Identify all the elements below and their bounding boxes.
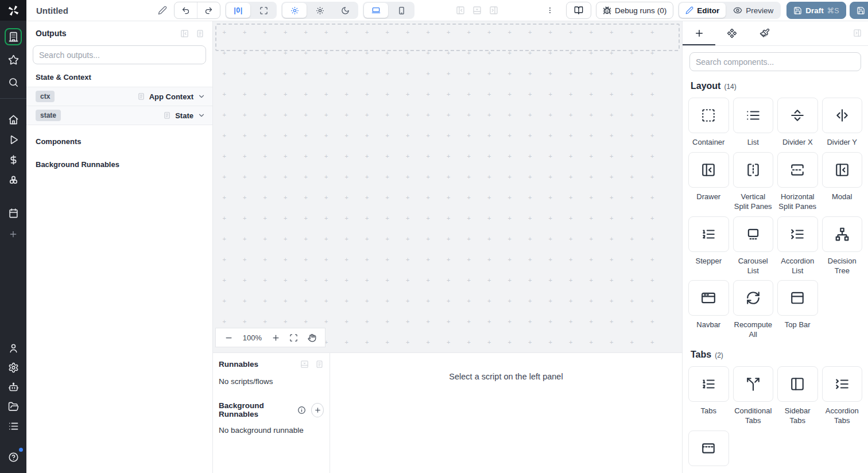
eye-icon — [733, 6, 742, 15]
search-components-input[interactable] — [689, 52, 861, 71]
component-card-box[interactable] — [777, 216, 818, 252]
component-card-box[interactable] — [733, 216, 774, 252]
editor-tab[interactable]: Editor — [679, 3, 726, 18]
component-card-divider-x[interactable]: Divider X — [777, 98, 818, 148]
component-card-box[interactable] — [822, 216, 863, 252]
component-card-box[interactable] — [733, 280, 774, 316]
sidebar-item-home[interactable] — [5, 111, 21, 127]
doc-icon[interactable] — [196, 29, 204, 38]
component-card-list[interactable]: List — [733, 98, 774, 148]
component-card-box[interactable] — [733, 98, 774, 133]
component-card-box[interactable] — [822, 366, 863, 402]
add-background-runnable-button[interactable] — [311, 403, 324, 417]
windmill-logo[interactable] — [0, 0, 26, 21]
component-card-divider-y[interactable]: Divider Y — [822, 98, 863, 148]
fit-view-button[interactable] — [289, 334, 298, 342]
rename-pencil-icon[interactable] — [158, 6, 167, 15]
component-card-conditional-tabs[interactable]: Conditional Tabs — [733, 366, 774, 426]
redo-button[interactable] — [197, 2, 220, 18]
sidebar-item-account[interactable] — [5, 340, 21, 356]
sidebar-item-schedules[interactable] — [5, 205, 21, 221]
theme-dark-button[interactable] — [333, 3, 357, 18]
pan-tool-button[interactable] — [308, 334, 316, 342]
expand-canvas-button[interactable] — [251, 3, 276, 18]
component-card-box[interactable] — [688, 280, 729, 316]
component-card-box[interactable] — [733, 152, 774, 188]
theme-auto-button[interactable] — [282, 3, 307, 18]
more-menu-icon[interactable] — [545, 6, 555, 15]
component-card-carousel-list[interactable]: Carousel List — [733, 216, 774, 276]
preview-tab[interactable]: Preview — [727, 3, 780, 18]
sidebar-item-resources[interactable] — [5, 172, 21, 188]
component-card-box[interactable] — [777, 152, 818, 188]
sidebar-item-variables[interactable] — [5, 152, 21, 168]
tab-component-settings[interactable] — [715, 21, 748, 45]
component-card-recompute-all[interactable]: Recompute All — [733, 280, 774, 340]
component-card-box[interactable] — [777, 280, 818, 316]
component-card-sidebar-tabs[interactable]: Sidebar Tabs — [777, 366, 818, 426]
desktop-view-button[interactable] — [364, 3, 388, 18]
draft-button[interactable]: Draft ⌘S — [786, 2, 846, 19]
component-card-vertical-split-panes[interactable]: Vertical Split Panes — [733, 152, 774, 212]
zoom-in-button[interactable] — [272, 334, 280, 342]
component-card-horizontal-split-panes[interactable]: Horizontal Split Panes — [777, 152, 818, 212]
sidebar-item-audit-logs[interactable] — [5, 418, 21, 434]
component-card-box[interactable] — [733, 366, 774, 402]
component-card-accordion-list[interactable]: Accordion List — [777, 216, 818, 276]
mobile-view-button[interactable] — [389, 3, 413, 18]
tab-insert-component[interactable] — [683, 21, 715, 45]
component-card-box[interactable] — [688, 98, 729, 133]
collapse-components-panel-icon[interactable] — [853, 29, 862, 37]
doc-icon[interactable] — [315, 360, 324, 369]
component-card-partial[interactable] — [688, 431, 729, 471]
zoom-reset-button[interactable]: |0| — [226, 3, 250, 18]
component-card-modal[interactable]: Modal — [822, 152, 863, 212]
sidebar-item-workers[interactable] — [5, 379, 21, 395]
component-card-box[interactable] — [688, 216, 729, 252]
component-card-box[interactable] — [688, 152, 729, 188]
toggle-bottom-panel-icon[interactable] — [472, 6, 482, 15]
component-card-box[interactable] — [822, 152, 863, 188]
sidebar-item-help[interactable] — [5, 449, 21, 465]
zoom-out-button[interactable] — [224, 334, 233, 342]
theme-light-button[interactable] — [308, 3, 332, 18]
sidebar-item-favorites[interactable] — [5, 52, 21, 68]
sidebar-item-folders[interactable] — [5, 398, 21, 414]
sidebar-item-apps[interactable] — [5, 28, 22, 45]
collapse-outputs-icon[interactable] — [180, 29, 189, 38]
chevron-down-icon[interactable] — [197, 92, 206, 100]
component-card-box[interactable] — [777, 98, 818, 133]
component-card-box[interactable] — [688, 431, 729, 466]
canvas-dropzone[interactable] — [215, 24, 680, 51]
deploy-button[interactable]: Deploy — [850, 2, 868, 19]
component-card-navbar[interactable]: Navbar — [688, 280, 729, 340]
component-card-accordion-tabs[interactable]: Accordion Tabs — [822, 366, 863, 426]
component-card-container[interactable]: Container — [688, 98, 729, 148]
undo-button[interactable] — [175, 2, 197, 18]
component-card-box[interactable] — [688, 366, 729, 402]
toggle-right-panel-icon[interactable] — [489, 6, 498, 15]
component-card-decision-tree[interactable]: Decision Tree — [822, 216, 863, 276]
search-outputs-input[interactable] — [33, 45, 206, 64]
toggle-left-panel-icon[interactable] — [456, 6, 465, 15]
collapse-runnables-icon[interactable] — [300, 360, 309, 369]
component-card-box[interactable] — [777, 366, 818, 402]
component-card-stepper[interactable]: Stepper — [688, 216, 729, 276]
sidebar-item-create[interactable] — [5, 226, 21, 242]
output-row-state[interactable]: stateState — [26, 106, 212, 125]
sidebar-item-settings[interactable] — [5, 359, 21, 375]
tab-global-styling[interactable] — [748, 21, 781, 45]
info-icon[interactable] — [297, 406, 306, 414]
debug-runs-button[interactable]: Debug runs (0) — [596, 2, 673, 19]
app-title[interactable]: Untitled — [36, 6, 158, 15]
docs-button[interactable] — [566, 2, 591, 19]
sidebar-item-runs[interactable] — [5, 131, 21, 148]
component-card-top-bar[interactable]: Top Bar — [777, 280, 818, 340]
app-canvas[interactable]: ++++++++++++++++++++++++++++++++++++++++… — [213, 21, 682, 352]
component-card-tabs[interactable]: Tabs — [688, 366, 729, 426]
component-card-drawer[interactable]: Drawer — [688, 152, 729, 212]
sidebar-item-search[interactable] — [5, 74, 21, 90]
component-card-box[interactable] — [822, 98, 863, 133]
output-row-ctx[interactable]: ctxApp Context — [26, 87, 212, 106]
chevron-down-icon[interactable] — [197, 111, 206, 119]
